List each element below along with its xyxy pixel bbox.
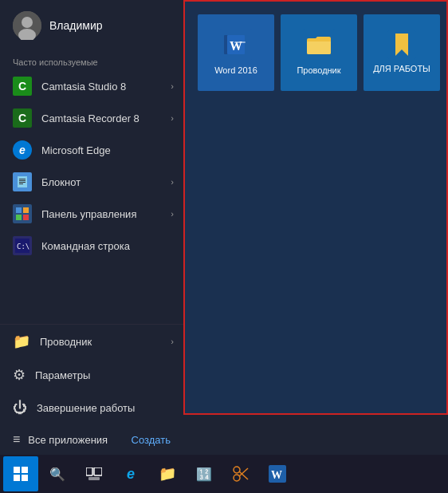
user-section[interactable]: Владимир xyxy=(0,0,183,51)
sidebar-item-notepad[interactable]: Блокнот › xyxy=(0,166,183,198)
avatar[interactable] xyxy=(13,11,41,40)
explorer-tile-icon xyxy=(303,29,335,61)
settings-label: Параметры xyxy=(35,369,90,381)
svg-rect-9 xyxy=(23,207,29,213)
sidebar-item-camtasia-recorder[interactable]: C Camtasia Recorder 8 › xyxy=(0,102,183,134)
svg-rect-27 xyxy=(88,477,100,480)
power-icon: ⏻ xyxy=(13,400,27,416)
edge-taskbar-button[interactable]: e xyxy=(113,456,148,491)
settings-icon: ⚙ xyxy=(13,366,26,384)
edge-label: Microsoft Edge xyxy=(41,144,111,156)
svg-rect-10 xyxy=(16,215,22,220)
svg-rect-22 xyxy=(22,467,28,473)
calc-taskbar-button[interactable]: 🔢 xyxy=(187,456,222,491)
svg-text:W: W xyxy=(230,39,242,53)
svg-rect-7 xyxy=(19,183,23,184)
search-button[interactable]: 🔍 xyxy=(40,456,75,491)
control-panel-icon xyxy=(13,204,32,223)
menu-items-list: C Camtasia Studio 8 › C Camtasia Recorde… xyxy=(0,70,183,262)
taskbar: 🔍 e 📁 🔢 W xyxy=(0,455,448,493)
chevron-right-icon: › xyxy=(171,81,174,91)
tiles-panel: W Word 2016 Проводник xyxy=(183,0,448,415)
svg-text:W: W xyxy=(271,469,282,481)
edge-icon: e xyxy=(13,140,32,160)
sidebar-item-control-panel[interactable]: Панель управления › xyxy=(0,198,183,230)
svg-rect-23 xyxy=(14,475,20,481)
notepad-icon xyxy=(13,172,32,191)
svg-rect-24 xyxy=(22,475,28,481)
svg-rect-11 xyxy=(23,215,29,220)
all-apps-label: Все приложения xyxy=(28,434,108,446)
bottom-nav: 📁 Проводник › ⚙ Параметры ⏻ Завершение р… xyxy=(0,324,183,455)
left-panel: Владимир Часто используемые C Camtasia S… xyxy=(0,0,183,455)
svg-rect-26 xyxy=(94,467,102,475)
cmd-icon: C:\ xyxy=(13,236,32,255)
control-panel-label: Панель управления xyxy=(41,208,136,220)
explorer-nav-icon: 📁 xyxy=(13,333,30,350)
user-name: Владимир xyxy=(49,19,103,32)
all-apps-icon: ≡ xyxy=(13,432,20,447)
calc-taskbar-icon: 🔢 xyxy=(196,467,212,482)
svg-rect-4 xyxy=(19,179,26,179)
tile-work[interactable]: ДЛЯ РАБОТЫ xyxy=(364,14,440,91)
svg-rect-6 xyxy=(19,182,26,183)
nav-item-explorer[interactable]: 📁 Проводник › xyxy=(0,325,183,358)
edge-taskbar-icon: e xyxy=(127,466,135,483)
explorer-tile-label: Проводник xyxy=(297,65,340,76)
camtasia-recorder-icon: C xyxy=(13,108,32,128)
sidebar-item-edge[interactable]: e Microsoft Edge xyxy=(0,134,183,166)
search-taskbar-icon: 🔍 xyxy=(49,467,65,482)
nav-item-settings[interactable]: ⚙ Параметры xyxy=(0,358,183,392)
work-tile-icon xyxy=(387,30,416,59)
svg-rect-5 xyxy=(19,180,26,181)
start-menu: Владимир Часто используемые C Camtasia S… xyxy=(0,0,448,455)
notepad-label: Блокнот xyxy=(41,176,81,188)
chevron-right-icon: › xyxy=(171,337,174,346)
explorer-nav-label: Проводник xyxy=(40,336,92,348)
task-view-button[interactable] xyxy=(77,456,112,491)
power-label: Завершение работы xyxy=(37,402,135,414)
explorer-taskbar-icon: 📁 xyxy=(159,465,176,483)
sidebar-item-camtasia8[interactable]: C Camtasia Studio 8 › xyxy=(0,70,183,102)
svg-text:C:\: C:\ xyxy=(17,243,29,250)
task-view-icon xyxy=(86,467,102,480)
section-label-frequent: Часто используемые xyxy=(0,51,183,70)
chevron-right-icon: › xyxy=(171,177,174,187)
scissors-icon xyxy=(232,465,250,483)
cmd-label: Командная строка xyxy=(41,240,130,252)
svg-rect-25 xyxy=(86,467,92,475)
word-taskbar-icon: W xyxy=(269,465,286,483)
camtasia8-icon: C xyxy=(13,77,32,96)
camtasia8-label: Camtasia Studio 8 xyxy=(41,81,126,93)
work-tile-label: ДЛЯ РАБОТЫ xyxy=(373,64,430,74)
create-link[interactable]: Создать xyxy=(132,434,171,446)
nav-item-all-apps[interactable]: ≡ Все приложения Создать xyxy=(0,424,183,455)
sidebar-item-cmd[interactable]: C:\ Командная строка xyxy=(0,230,183,262)
svg-rect-18 xyxy=(234,41,246,43)
svg-rect-21 xyxy=(14,467,20,473)
chevron-right-icon: › xyxy=(171,209,174,219)
start-button[interactable] xyxy=(3,456,38,491)
chevron-right-icon: › xyxy=(171,113,174,123)
scissors-taskbar-button[interactable] xyxy=(223,456,258,491)
word2016-icon: W xyxy=(220,29,252,61)
nav-item-power[interactable]: ⏻ Завершение работы xyxy=(0,392,183,424)
svg-rect-8 xyxy=(16,207,22,213)
word2016-tile-label: Word 2016 xyxy=(214,65,257,76)
explorer-taskbar-button[interactable]: 📁 xyxy=(150,456,185,491)
tile-word2016[interactable]: W Word 2016 xyxy=(198,14,274,91)
camtasia-recorder-label: Camtasia Recorder 8 xyxy=(41,112,140,124)
word-taskbar-button[interactable]: W xyxy=(260,456,295,491)
svg-point-1 xyxy=(22,17,33,28)
tile-explorer[interactable]: Проводник xyxy=(281,14,357,91)
